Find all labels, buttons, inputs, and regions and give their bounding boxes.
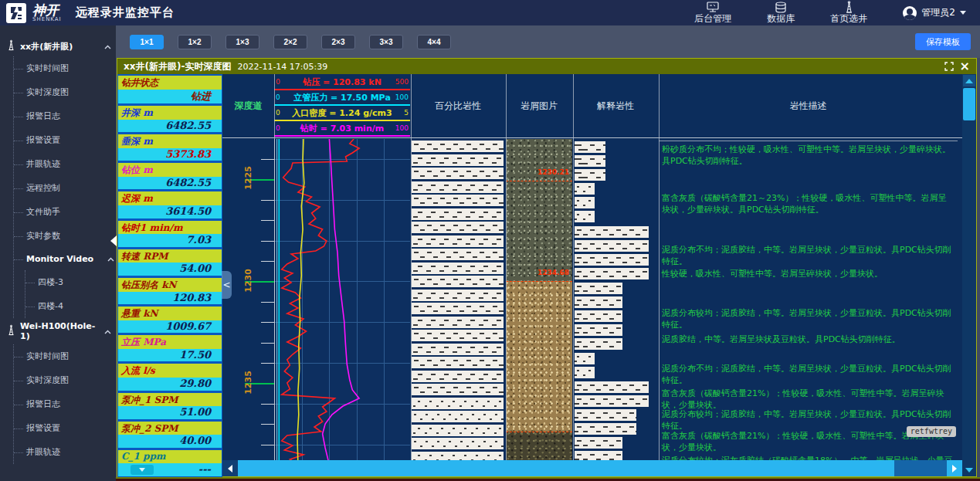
lithology-strip [412,398,504,409]
layout-tab-2×2[interactable]: 2×2 [273,35,307,49]
interp-lithology-cell [575,254,649,266]
column-header-lithology-description: 岩性描述 [659,74,958,138]
sidebar-item-四楼-4[interactable]: 四楼-4 [25,294,116,318]
sidebar-item-实时时间图[interactable]: 实时时间图 [14,344,116,368]
nav-item-database[interactable]: 数据库 [767,2,795,25]
scroll-down-button[interactable] [963,464,975,476]
scroll-up-button[interactable] [963,75,975,86]
interp-lithology-cell [575,240,649,252]
layout-tab-4×4[interactable]: 4×4 [417,35,451,49]
sidebar-group-monitor-video[interactable]: Monitor Video [14,248,116,270]
sidebar-collapse-handle[interactable] [110,235,117,246]
sidebar-item-实时深度图[interactable]: 实时深度图 [14,368,116,392]
sidebar-item-报警日志[interactable]: 报警日志 [14,104,116,128]
sidebar-item-四楼-3[interactable]: 四楼-3 [25,270,116,294]
lithology-strip [412,317,504,328]
well-tree: 实时时间图实时深度图报警日志报警设置井眼轨迹远程控制文件助手实时参数Monito… [13,56,116,318]
parameter-row: 立压 MPa17.50 [117,334,222,362]
well-name: xx井(新井眼) [20,41,100,53]
brand-name-en: SHENKAI [32,17,62,22]
lithology-strip [412,263,504,274]
vertical-scrollbar [962,74,976,476]
sidebar-item-实时时间图[interactable]: 实时时间图 [14,56,116,80]
parameter-label: 井深 m [118,106,222,120]
parameter-value: 5373.83 [118,148,222,161]
parameter-panel-collapse-handle[interactable]: < [222,271,232,299]
parameter-label: 迟深 m [118,191,222,205]
sidebar-well-header[interactable]: xx井(新井眼) [0,36,116,56]
sidebar-well-header[interactable]: Wei-H100(Hole-1) [0,318,116,344]
minor-depth-tick [261,404,274,405]
parameter-label: 垂深 m [118,134,222,148]
sidebar-item-报警设置[interactable]: 报警设置 [14,416,116,440]
save-template-button[interactable]: 保存模板 [915,33,971,50]
lithology-strip [412,384,504,395]
layout-tab-1×3[interactable]: 1×3 [226,35,259,49]
photo-depth-annotation: 1234.68 [537,269,569,276]
panel-title-bar: xx井(新井眼)-实时深度图 2022-11-14 17:05:39 × [117,59,976,74]
triangle-up-icon [965,79,973,83]
lithology-description-text: 粉砂质分布不均；性较硬，吸水性、可塑性中等。岩屑呈块状，少量碎块状。具PDC钻头… [662,144,955,167]
lithology-description-text: 富含灰质（碳酸钙含量21～23%）；性较硬，吸水性、可塑性中等。岩屑呈块状，少量… [662,192,955,215]
layout-tab-strip: 1×11×21×32×22×33×34×4保存模板 [116,25,980,58]
nav-item-well-select[interactable]: 首页选井 [830,1,867,25]
lithology-strip [412,303,504,314]
close-icon[interactable]: × [960,60,970,73]
curve-legend-row: 钻压 = 120.83 kN0500 [274,76,410,90]
layout-tab-3×3[interactable]: 3×3 [369,35,403,49]
fullscreen-icon[interactable] [944,62,954,71]
chevron-down-icon [960,11,966,15]
lithology-strip [412,168,504,179]
nav-item-admin[interactable]: 后台管理 [694,2,731,25]
parameter-value: 51.00 [118,406,222,419]
parameter-row: 入流 l/s29.80 [117,362,222,391]
minor-depth-tick [261,445,274,445]
sidebar-item-文件助手[interactable]: 文件助手 [14,200,116,224]
sidebar-item-远程控制[interactable]: 远程控制 [14,176,116,200]
layout-tab-2×3[interactable]: 2×3 [321,35,355,49]
parameter-row: 垂深 m5373.83 [117,133,222,161]
interp-lithology-cell [575,353,595,364]
layout-tab-1×2[interactable]: 1×2 [178,35,212,49]
cuttings-photo-column: 1230.211234.68 [506,139,572,460]
parameter-label: 泵冲_2 SPM [118,422,222,435]
sidebar-item-井眼轨迹[interactable]: 井眼轨迹 [14,440,116,464]
interp-lithology-cell [575,211,595,222]
scroll-right-button[interactable] [947,460,962,476]
lithology-strip [412,195,504,206]
chevron-up-icon [104,42,111,52]
well-name: Wei-H100(Hole-1) [20,321,100,341]
curve-legend-row: 立管压力 = 17.50 MPa0100 [274,91,410,106]
parameter-row: 悬重 kN1009.67 [117,305,222,334]
sidebar-item-实时参数[interactable]: 实时参数 [14,224,116,248]
parameter-label: 悬重 kN [118,307,222,320]
column-separator [411,74,412,460]
minor-depth-tick [261,322,274,323]
parameter-value: 17.50 [118,349,222,362]
horizontal-scroll-thumb[interactable] [238,460,894,476]
derrick-icon [6,324,16,338]
cuttings-photo-green [506,139,572,281]
curve-legend-row: 入口密度 = 1.24 g/cm305 [274,107,410,121]
vertical-scroll-thumb[interactable] [963,88,975,120]
sidebar-item-报警设置[interactable]: 报警设置 [14,128,116,152]
brand-name-cn: 神开 [32,4,62,17]
parameter-dropdown-button[interactable] [131,465,154,475]
curve-min-value: 0 [276,107,280,120]
parameter-row: 钻压别名 kN120.83 [117,276,222,305]
well-tree-sidebar: xx井(新井眼)实时时间图实时深度图报警日志报警设置井眼轨迹远程控制文件助手实时… [0,25,116,481]
sidebar-item-井眼轨迹[interactable]: 井眼轨迹 [14,152,116,176]
lithology-strip [412,357,504,368]
lithology-strip [412,425,504,436]
depth-chart-area: 深度道 钻压 = 120.83 kN0500立管压力 = 17.50 MPa01… [222,74,962,476]
sidebar-item-报警日志[interactable]: 报警日志 [14,392,116,416]
curves-svg [275,139,411,460]
scroll-left-button[interactable] [222,460,238,476]
lithology-strip [412,222,504,233]
user-menu[interactable]: 管理员2 [903,6,966,20]
layout-tab-1×1[interactable]: 1×1 [130,35,164,49]
nav-label: 首页选井 [830,13,867,25]
chevron-up-icon [104,327,111,337]
well-tree: 实时时间图实时深度图报警日志报警设置井眼轨迹 [13,344,116,464]
sidebar-item-实时深度图[interactable]: 实时深度图 [14,80,116,104]
